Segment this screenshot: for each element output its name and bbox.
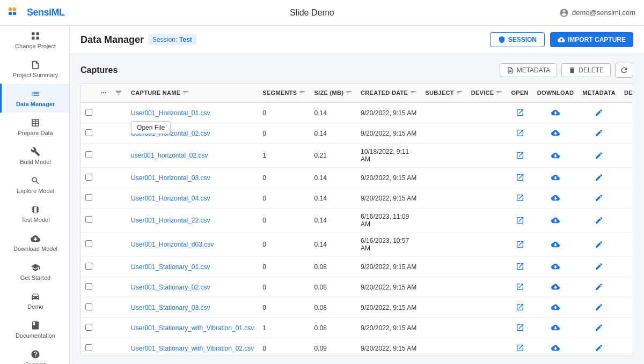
sidebar-item-prepare-data[interactable]: Prepare Data: [0, 113, 69, 142]
edit-metadata-button[interactable]: [594, 281, 604, 292]
th-subject[interactable]: SUBJECT: [421, 84, 466, 102]
row-checkbox[interactable]: [85, 344, 92, 351]
row-checkbox[interactable]: [85, 109, 92, 116]
sidebar-item-documentation[interactable]: Documentation: [0, 315, 69, 344]
delete-row-button[interactable]: [631, 172, 634, 183]
row-checkbox[interactable]: [85, 283, 92, 290]
th-filter[interactable]: [111, 84, 127, 102]
session-button[interactable]: SESSION: [490, 32, 545, 47]
edit-metadata-button[interactable]: [594, 172, 604, 183]
table-header-row: ··· CAPTURE NAME: [81, 84, 633, 102]
open-button[interactable]: [515, 128, 525, 138]
edit-metadata-button[interactable]: [594, 302, 604, 313]
row-checkbox[interactable]: [85, 324, 92, 331]
download-button[interactable]: [550, 107, 561, 118]
refresh-button[interactable]: [615, 63, 633, 78]
sidebar-item-explore-model[interactable]: Explore Model: [0, 170, 69, 199]
download-button[interactable]: [550, 215, 561, 226]
download-button[interactable]: [550, 322, 561, 333]
capture-name-link[interactable]: User001_Horizontal_03.csv: [131, 174, 210, 182]
sidebar-item-project-summary[interactable]: Project Summary: [0, 55, 69, 84]
edit-metadata-button[interactable]: [594, 322, 604, 333]
edit-metadata-button[interactable]: [594, 192, 604, 203]
row-checkbox[interactable]: [85, 174, 92, 181]
open-button[interactable]: [515, 172, 525, 183]
row-checkbox[interactable]: [85, 194, 92, 201]
download-button[interactable]: [550, 239, 561, 250]
th-segments[interactable]: SEGMENTS: [258, 84, 310, 102]
capture-name-link[interactable]: User001_Stationary_03.csv: [131, 304, 210, 311]
delete-row-button[interactable]: [631, 150, 634, 161]
download-button[interactable]: [550, 343, 561, 353]
delete-row-button[interactable]: [631, 302, 634, 313]
capture-name-link[interactable]: user001_horizontal_02.csv: [131, 152, 208, 159]
th-size[interactable]: SIZE (MB): [310, 84, 356, 102]
open-button[interactable]: [515, 215, 525, 226]
download-button[interactable]: [550, 192, 561, 203]
sidebar-item-data-manager[interactable]: Data Manager: [0, 84, 69, 113]
book-icon: [31, 321, 40, 330]
sidebar-item-download-model[interactable]: Download Model: [0, 228, 69, 257]
sidebar-item-get-started[interactable]: Get Started: [0, 257, 69, 286]
row-checkbox[interactable]: [85, 129, 92, 136]
download-cell: [533, 209, 578, 233]
row-checkbox[interactable]: [85, 263, 92, 270]
delete-row-button[interactable]: [631, 239, 634, 250]
row-checkbox[interactable]: [85, 151, 92, 158]
import-capture-button[interactable]: IMPORT CAPTURE: [550, 32, 633, 47]
metadata-button[interactable]: METADATA: [500, 63, 558, 77]
capture-name-link[interactable]: User001_Stationary_with_Vibration_01.csv: [131, 324, 254, 332]
delete-row-button[interactable]: [631, 215, 634, 226]
delete-row-button[interactable]: [631, 343, 634, 353]
open-button[interactable]: [515, 107, 525, 118]
sidebar-item-test-model[interactable]: Test Model: [0, 199, 69, 228]
row-checkbox[interactable]: [85, 216, 92, 223]
th-capture-name[interactable]: CAPTURE NAME: [127, 84, 258, 102]
open-button[interactable]: [515, 261, 525, 272]
captures-section: Captures METADATA DELETE: [70, 54, 644, 364]
edit-metadata-button[interactable]: [594, 107, 604, 118]
delete-row-button[interactable]: [631, 322, 634, 333]
open-button[interactable]: [515, 302, 525, 313]
delete-row-button[interactable]: [631, 128, 634, 138]
user-menu[interactable]: demo@sensiml.com: [559, 8, 635, 18]
row-checkbox[interactable]: [85, 303, 92, 310]
download-button[interactable]: [550, 150, 561, 161]
download-button[interactable]: [550, 172, 561, 183]
delete-button[interactable]: DELETE: [561, 63, 611, 77]
open-button[interactable]: [515, 281, 525, 292]
delete-row-button[interactable]: [631, 192, 634, 203]
edit-metadata-button[interactable]: [594, 343, 604, 353]
delete-row-button[interactable]: [631, 261, 634, 272]
sidebar-item-demo[interactable]: Demo: [0, 286, 69, 315]
capture-name-link[interactable]: User001_Horizontal_04.csv: [131, 195, 210, 202]
open-button[interactable]: [515, 150, 525, 161]
open-button[interactable]: [515, 192, 525, 203]
sidebar-item-change-project[interactable]: Change Project: [0, 26, 69, 55]
th-device[interactable]: DEVICE: [467, 84, 507, 102]
sidebar-item-support[interactable]: Support: [0, 344, 69, 364]
delete-row-button[interactable]: [631, 107, 634, 118]
download-button[interactable]: [550, 281, 561, 292]
edit-metadata-button[interactable]: [594, 261, 604, 272]
th-created-date[interactable]: CREATED DATE: [356, 84, 421, 102]
edit-metadata-button[interactable]: [594, 215, 604, 226]
download-button[interactable]: [550, 302, 561, 313]
download-button[interactable]: [550, 128, 561, 138]
sidebar-item-build-model[interactable]: Build Model: [0, 142, 69, 170]
download-button[interactable]: [550, 261, 561, 272]
capture-name-link[interactable]: User001_Stationary_with_Vibration_02.csv: [131, 345, 254, 352]
capture-name-link[interactable]: User001_Horizontal_22.csv: [131, 217, 210, 224]
capture-name-link[interactable]: User001_Stationary_02.csv: [131, 284, 210, 291]
row-checkbox[interactable]: [85, 240, 92, 247]
edit-metadata-button[interactable]: [594, 128, 604, 138]
edit-metadata-button[interactable]: [594, 239, 604, 250]
open-button[interactable]: [515, 239, 525, 250]
capture-name-link[interactable]: User001_Horizontal_d03.csv: [131, 241, 214, 248]
delete-row-button[interactable]: [631, 281, 634, 292]
open-button[interactable]: [515, 343, 525, 353]
open-button[interactable]: [515, 322, 525, 333]
edit-metadata-button[interactable]: [594, 150, 604, 161]
capture-name-link[interactable]: User001_Horizontal_01.csv: [131, 109, 210, 117]
capture-name-link[interactable]: User001_Stationary_01.csv: [131, 263, 210, 271]
